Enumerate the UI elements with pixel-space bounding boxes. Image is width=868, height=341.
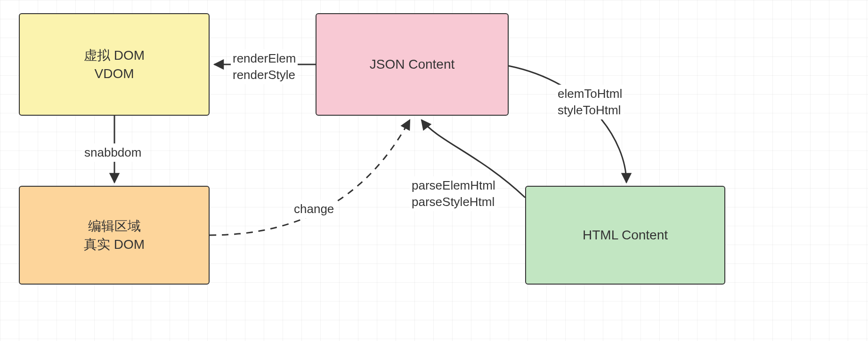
label-html-to-json-line1: parseElemHtml <box>412 177 495 194</box>
label-vdom-to-real-line1: snabbdom <box>84 144 141 161</box>
label-vdom-to-real: snabbdom <box>82 143 143 162</box>
label-json-to-html-line1: elemToHtml <box>558 86 622 102</box>
node-json: JSON Content <box>316 13 509 116</box>
node-vdom-line2: VDOM <box>95 64 134 83</box>
node-real-line1: 编辑区域 <box>88 217 141 235</box>
label-json-to-vdom-line2: renderStyle <box>233 67 296 83</box>
node-vdom: 虚拟 DOM VDOM <box>19 13 210 116</box>
label-real-to-json-line1: change <box>294 201 334 217</box>
label-html-to-json-line2: parseStyleHtml <box>412 194 495 210</box>
node-real: 编辑区域 真实 DOM <box>19 186 210 285</box>
label-html-to-json: parseElemHtml parseStyleHtml <box>410 176 497 211</box>
label-real-to-json: change <box>292 200 336 218</box>
label-json-to-html-line2: styleToHtml <box>558 102 622 119</box>
diagram-canvas: 虚拟 DOM VDOM JSON Content 编辑区域 真实 DOM HTM… <box>0 0 868 341</box>
label-json-to-vdom: renderElem renderStyle <box>231 49 298 84</box>
node-real-line2: 真实 DOM <box>84 235 145 254</box>
label-json-to-vdom-line1: renderElem <box>233 50 296 67</box>
label-json-to-html: elemToHtml styleToHtml <box>556 85 624 119</box>
node-html-line1: HTML Content <box>583 226 668 244</box>
node-vdom-line1: 虚拟 DOM <box>84 46 145 64</box>
node-json-line1: JSON Content <box>370 55 455 73</box>
node-html: HTML Content <box>525 186 725 285</box>
